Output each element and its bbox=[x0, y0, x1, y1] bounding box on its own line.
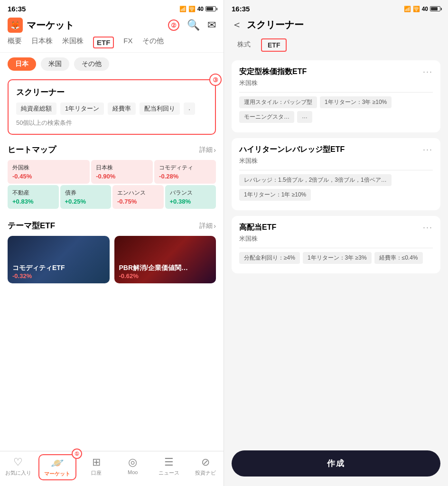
right-tab-etf[interactable]: ETF bbox=[261, 38, 287, 52]
subtab-japan[interactable]: 日本 bbox=[8, 57, 36, 71]
logo-icon: 🦊 bbox=[8, 18, 23, 33]
screener-card-title: スクリーナー bbox=[16, 87, 207, 98]
header-actions: ② 🔍 ✉ bbox=[164, 19, 216, 31]
battery-icon-left bbox=[205, 6, 216, 11]
tab-other[interactable]: その他 bbox=[142, 37, 164, 48]
signal-icon-right: 📶 bbox=[404, 6, 411, 12]
cell-label-2: コモディティ bbox=[159, 164, 211, 172]
right-sub-tabs: 株式 ETF bbox=[224, 37, 448, 56]
screener-item-1-header: ハイリターンレバレッジ型ETF ··· bbox=[239, 145, 433, 155]
cell-label-5: エンハンス bbox=[117, 189, 159, 197]
right-header: ＜ スクリーナー bbox=[224, 16, 448, 37]
theme-card-0[interactable]: コモディティETF -0.32% bbox=[8, 236, 110, 283]
screener-item-2-tags: 分配金利回り：≥4% 1年リターン：3年 ≥3% 経費率：≤0.4% bbox=[239, 252, 433, 264]
battery-icon-right bbox=[430, 6, 440, 11]
favorites-label: お気に入り bbox=[5, 469, 31, 477]
more-btn-1[interactable]: ··· bbox=[423, 145, 433, 155]
nav-invest-navi[interactable]: ⊘ 投資ナビ bbox=[187, 454, 224, 480]
nav-market[interactable]: ① 🪐 マーケット bbox=[38, 454, 77, 480]
cell-label-1: 日本株 bbox=[96, 164, 148, 172]
more-btn-2[interactable]: ··· bbox=[423, 223, 433, 233]
screener-tag-4: . bbox=[184, 103, 195, 115]
moo-label: Moo bbox=[128, 469, 138, 475]
cell-value-2: -0.28% bbox=[159, 173, 211, 180]
search-button[interactable]: 🔍 bbox=[187, 19, 200, 31]
screener-tags: 純資産総額 1年リターン 経費率 配当利回り . bbox=[16, 103, 207, 115]
item1-tag-1: 1年リターン：1年 ≥10% bbox=[239, 189, 311, 201]
nav-news[interactable]: ☰ ニュース bbox=[151, 454, 187, 480]
heatmap-cell-6: バランス +0.38% bbox=[165, 185, 216, 209]
time-left: 16:35 bbox=[8, 5, 26, 13]
theme-etf-header: テーマ型ETF 詳細 › bbox=[8, 220, 216, 231]
heatmap-header: ヒートマップ 詳細 › bbox=[8, 144, 216, 155]
screener-tag-1: 1年リターン bbox=[60, 103, 104, 115]
theme-etf-title: テーマ型ETF bbox=[8, 220, 55, 231]
back-button[interactable]: ＜ bbox=[232, 18, 242, 32]
nav-circle-1: ① bbox=[72, 449, 82, 459]
nav-account[interactable]: ⊞ 口座 bbox=[78, 454, 115, 480]
theme-card-0-title: コモディティETF bbox=[12, 264, 65, 272]
screener-item-0[interactable]: 安定型株価指数ETF ··· 米国株 運用スタイル：パッシブ型 1年リターン：3… bbox=[232, 60, 440, 132]
screener-item-2[interactable]: 高配当ETF ··· 米国株 分配金利回り：≥4% 1年リターン：3年 ≥3% … bbox=[232, 216, 440, 273]
screener-item-1-tags: レバレッジ：1.5倍ブル，2倍ブル，3倍ブル，1倍ベア… 1年リターン：1年 ≥… bbox=[239, 174, 433, 201]
account-label: 口座 bbox=[91, 469, 102, 477]
nav-moo[interactable]: ◎ Moo bbox=[115, 454, 151, 480]
screener-item-0-header: 安定型株価指数ETF ··· bbox=[239, 67, 433, 77]
bottom-nav: ♡ お気に入り ① 🪐 マーケット ⊞ 口座 ◎ Moo ☰ ニュース ⊘ 投資… bbox=[0, 451, 224, 486]
heatmap-cell-0: 外国株 -0.45% bbox=[8, 160, 90, 184]
item0-tag-1: 1年リターン：3年 ≥10% bbox=[320, 96, 392, 108]
theme-etf-section: テーマ型ETF 詳細 › コモディティETF -0.32% PBR解消/企業価値… bbox=[0, 215, 224, 289]
right-title: スクリーナー bbox=[247, 19, 440, 31]
theme-card-0-content: コモディティETF -0.32% bbox=[12, 264, 65, 280]
market-icon: 🪐 bbox=[51, 457, 64, 469]
heatmap-row2: 不動産 +0.83% 債券 +0.25% エンハンス -0.75% バランス +… bbox=[8, 185, 216, 209]
circle-badge-2: ② bbox=[168, 19, 179, 31]
cell-label-3: 不動産 bbox=[12, 189, 54, 197]
cell-label-0: 外国株 bbox=[12, 164, 85, 172]
screener-item-1-subtitle: 米国株 bbox=[239, 157, 433, 165]
heatmap-cell-3: 不動産 +0.83% bbox=[8, 185, 59, 209]
left-panel: 16:35 📶 🛜 40 🦊 マーケット ② 🔍 ✉ 概要 日本株 米国株 ET… bbox=[0, 0, 224, 486]
battery-label-right: 40 bbox=[422, 6, 428, 12]
theme-card-0-value: -0.32% bbox=[12, 272, 65, 280]
theme-card-1-value: -0.62% bbox=[119, 272, 188, 280]
market-label: マーケット bbox=[44, 470, 70, 477]
theme-card-1-content: PBR解消/企業価値関… -0.62% bbox=[119, 264, 188, 280]
heatmap-detail-link[interactable]: 詳細 › bbox=[199, 146, 216, 154]
divider-0 bbox=[239, 92, 433, 93]
screener-item-1-title: ハイリターンレバレッジ型ETF bbox=[239, 145, 345, 155]
create-button[interactable]: 作成 bbox=[232, 450, 440, 477]
status-icons-right: 📶 🛜 40 bbox=[404, 6, 440, 12]
screener-item-1[interactable]: ハイリターンレバレッジ型ETF ··· 米国株 レバレッジ：1.5倍ブル，2倍ブ… bbox=[232, 138, 440, 210]
wifi-icon-left: 🛜 bbox=[188, 6, 196, 12]
tab-overview[interactable]: 概要 bbox=[8, 37, 22, 48]
battery-label-left: 40 bbox=[197, 6, 204, 12]
cell-value-4: +0.25% bbox=[65, 198, 107, 205]
heatmap-section: ヒートマップ 詳細 › 外国株 -0.45% 日本株 -0.90% コモディティ… bbox=[0, 139, 224, 215]
cell-label-6: バランス bbox=[170, 189, 212, 197]
heatmap-cell-2: コモディティ -0.28% bbox=[154, 160, 216, 184]
theme-etf-grid: コモディティETF -0.32% PBR解消/企業価値関… -0.62% bbox=[8, 236, 216, 283]
heatmap-cell-4: 債券 +0.25% bbox=[60, 185, 112, 209]
theme-etf-detail-link[interactable]: 詳細 › bbox=[199, 222, 216, 230]
news-icon: ☰ bbox=[164, 456, 174, 468]
tab-etf[interactable]: ETF bbox=[93, 37, 114, 48]
mail-button[interactable]: ✉ bbox=[207, 19, 216, 31]
screener-item-0-subtitle: 米国株 bbox=[239, 79, 433, 87]
tab-us-stocks[interactable]: 米国株 bbox=[62, 37, 84, 48]
right-tab-stocks[interactable]: 株式 bbox=[232, 38, 256, 52]
item2-tag-0: 分配金利回り：≥4% bbox=[239, 252, 300, 264]
theme-card-1[interactable]: PBR解消/企業価値関… -0.62% bbox=[114, 236, 216, 283]
more-btn-0[interactable]: ··· bbox=[423, 67, 433, 77]
tab-japan-stocks[interactable]: 日本株 bbox=[31, 37, 53, 48]
screener-card[interactable]: ③ スクリーナー 純資産総額 1年リターン 経費率 配当利回り . 50個以上の… bbox=[8, 79, 216, 135]
subtab-us[interactable]: 米国 bbox=[41, 57, 69, 71]
heatmap-cell-5: エンハンス -0.75% bbox=[112, 185, 164, 209]
signal-icon-left: 📶 bbox=[179, 6, 187, 12]
invest-navi-icon: ⊘ bbox=[201, 456, 210, 468]
tab-fx[interactable]: FX bbox=[123, 37, 132, 48]
nav-favorites[interactable]: ♡ お気に入り bbox=[0, 454, 37, 480]
moo-icon: ◎ bbox=[128, 456, 137, 468]
subtab-other[interactable]: その他 bbox=[74, 57, 109, 71]
screener-item-2-subtitle: 米国株 bbox=[239, 234, 433, 243]
